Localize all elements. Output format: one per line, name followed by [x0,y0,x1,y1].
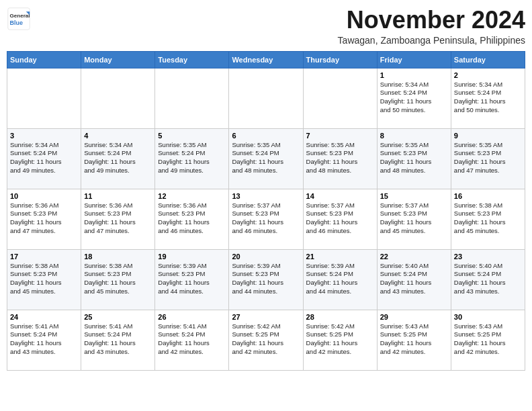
day-number: 24 [10,313,78,321]
day-info: Sunrise: 5:34 AM Sunset: 5:24 PM Dayligh… [454,81,522,115]
day-info: Sunrise: 5:39 AM Sunset: 5:23 PM Dayligh… [158,262,226,296]
day-number: 13 [232,192,300,200]
day-info: Sunrise: 5:39 AM Sunset: 5:24 PM Dayligh… [306,262,374,296]
calendar-cell: 11Sunrise: 5:36 AM Sunset: 5:23 PM Dayli… [81,189,155,249]
week-row-4: 17Sunrise: 5:38 AM Sunset: 5:23 PM Dayli… [7,249,525,310]
logo-icon: General Blue [7,7,31,31]
day-number: 2 [454,71,522,79]
day-number: 30 [454,313,522,321]
calendar-cell: 14Sunrise: 5:37 AM Sunset: 5:23 PM Dayli… [303,189,377,249]
calendar-cell [303,68,377,128]
calendar-cell: 27Sunrise: 5:42 AM Sunset: 5:25 PM Dayli… [229,310,303,370]
weekday-header-friday: Friday [377,51,451,68]
svg-text:General: General [10,13,30,19]
calendar-cell: 28Sunrise: 5:42 AM Sunset: 5:25 PM Dayli… [303,310,377,370]
calendar-cell: 6Sunrise: 5:35 AM Sunset: 5:24 PM Daylig… [229,128,303,189]
day-info: Sunrise: 5:35 AM Sunset: 5:23 PM Dayligh… [454,141,522,175]
day-info: Sunrise: 5:38 AM Sunset: 5:23 PM Dayligh… [84,262,152,296]
calendar-cell: 3Sunrise: 5:34 AM Sunset: 5:24 PM Daylig… [7,128,81,189]
calendar-cell: 13Sunrise: 5:37 AM Sunset: 5:23 PM Dayli… [229,189,303,249]
weekday-header-row: SundayMondayTuesdayWednesdayThursdayFrid… [7,51,525,68]
day-info: Sunrise: 5:35 AM Sunset: 5:23 PM Dayligh… [306,141,374,175]
day-info: Sunrise: 5:43 AM Sunset: 5:25 PM Dayligh… [454,322,522,357]
calendar-cell: 10Sunrise: 5:36 AM Sunset: 5:23 PM Dayli… [7,189,81,249]
calendar-cell: 30Sunrise: 5:43 AM Sunset: 5:25 PM Dayli… [451,310,525,370]
day-number: 28 [306,313,374,321]
day-info: Sunrise: 5:38 AM Sunset: 5:23 PM Dayligh… [10,262,78,296]
day-info: Sunrise: 5:41 AM Sunset: 5:24 PM Dayligh… [84,322,152,357]
day-number: 18 [84,253,152,261]
day-number: 3 [10,132,78,140]
day-info: Sunrise: 5:36 AM Sunset: 5:23 PM Dayligh… [10,201,78,236]
logo: General Blue [7,7,31,31]
weekday-header-thursday: Thursday [303,51,377,68]
calendar-cell: 4Sunrise: 5:34 AM Sunset: 5:24 PM Daylig… [81,128,155,189]
calendar-cell [7,68,81,128]
weekday-header-sunday: Sunday [7,51,81,68]
calendar-cell [229,68,303,128]
day-info: Sunrise: 5:35 AM Sunset: 5:24 PM Dayligh… [232,141,300,175]
day-number: 6 [232,132,300,140]
day-number: 8 [380,132,448,140]
day-info: Sunrise: 5:35 AM Sunset: 5:24 PM Dayligh… [158,141,226,175]
calendar-cell: 21Sunrise: 5:39 AM Sunset: 5:24 PM Dayli… [303,249,377,310]
day-number: 21 [306,253,374,261]
day-info: Sunrise: 5:43 AM Sunset: 5:25 PM Dayligh… [380,322,448,357]
calendar-cell: 25Sunrise: 5:41 AM Sunset: 5:24 PM Dayli… [81,310,155,370]
weekday-header-tuesday: Tuesday [155,51,229,68]
day-number: 27 [232,313,300,321]
day-info: Sunrise: 5:39 AM Sunset: 5:23 PM Dayligh… [232,262,300,296]
day-number: 7 [306,132,374,140]
day-number: 15 [380,192,448,200]
calendar-cell: 1Sunrise: 5:34 AM Sunset: 5:24 PM Daylig… [377,68,451,128]
calendar-cell: 5Sunrise: 5:35 AM Sunset: 5:24 PM Daylig… [155,128,229,189]
day-info: Sunrise: 5:42 AM Sunset: 5:25 PM Dayligh… [306,322,374,357]
calendar-cell: 18Sunrise: 5:38 AM Sunset: 5:23 PM Dayli… [81,249,155,310]
calendar-cell: 29Sunrise: 5:43 AM Sunset: 5:25 PM Dayli… [377,310,451,370]
week-row-5: 24Sunrise: 5:41 AM Sunset: 5:24 PM Dayli… [7,310,525,370]
week-row-1: 1Sunrise: 5:34 AM Sunset: 5:24 PM Daylig… [7,68,525,128]
weekday-header-saturday: Saturday [451,51,525,68]
day-number: 11 [84,192,152,200]
day-info: Sunrise: 5:37 AM Sunset: 5:23 PM Dayligh… [232,201,300,236]
calendar-cell [81,68,155,128]
day-info: Sunrise: 5:37 AM Sunset: 5:23 PM Dayligh… [380,201,448,236]
week-row-2: 3Sunrise: 5:34 AM Sunset: 5:24 PM Daylig… [7,128,525,189]
calendar-table: SundayMondayTuesdayWednesdayThursdayFrid… [7,51,525,371]
day-info: Sunrise: 5:41 AM Sunset: 5:24 PM Dayligh… [10,322,78,357]
day-number: 5 [158,132,226,140]
day-info: Sunrise: 5:36 AM Sunset: 5:23 PM Dayligh… [158,201,226,236]
day-info: Sunrise: 5:35 AM Sunset: 5:23 PM Dayligh… [380,141,448,175]
calendar-cell: 9Sunrise: 5:35 AM Sunset: 5:23 PM Daylig… [451,128,525,189]
calendar-cell: 19Sunrise: 5:39 AM Sunset: 5:23 PM Dayli… [155,249,229,310]
day-number: 1 [380,71,448,79]
day-number: 10 [10,192,78,200]
day-number: 25 [84,313,152,321]
day-info: Sunrise: 5:34 AM Sunset: 5:24 PM Dayligh… [380,81,448,115]
calendar-cell: 24Sunrise: 5:41 AM Sunset: 5:24 PM Dayli… [7,310,81,370]
day-number: 9 [454,132,522,140]
day-number: 14 [306,192,374,200]
day-number: 22 [380,253,448,261]
svg-text:Blue: Blue [10,19,24,26]
day-info: Sunrise: 5:38 AM Sunset: 5:23 PM Dayligh… [454,201,522,236]
day-number: 12 [158,192,226,200]
day-info: Sunrise: 5:36 AM Sunset: 5:23 PM Dayligh… [84,201,152,236]
weekday-header-monday: Monday [81,51,155,68]
day-info: Sunrise: 5:42 AM Sunset: 5:25 PM Dayligh… [232,322,300,357]
day-number: 4 [84,132,152,140]
day-info: Sunrise: 5:40 AM Sunset: 5:24 PM Dayligh… [380,262,448,296]
day-number: 16 [454,192,522,200]
day-info: Sunrise: 5:34 AM Sunset: 5:24 PM Dayligh… [10,141,78,175]
day-info: Sunrise: 5:41 AM Sunset: 5:24 PM Dayligh… [158,322,226,357]
calendar-cell: 23Sunrise: 5:40 AM Sunset: 5:24 PM Dayli… [451,249,525,310]
calendar-cell: 15Sunrise: 5:37 AM Sunset: 5:23 PM Dayli… [377,189,451,249]
day-number: 19 [158,253,226,261]
calendar-cell: 17Sunrise: 5:38 AM Sunset: 5:23 PM Dayli… [7,249,81,310]
title-block: November 2024 Tawagan, Zamboanga Peninsu… [338,7,525,46]
day-info: Sunrise: 5:34 AM Sunset: 5:24 PM Dayligh… [84,141,152,175]
day-number: 20 [232,253,300,261]
calendar-cell [155,68,229,128]
day-number: 17 [10,253,78,261]
page-header: General Blue November 2024 Tawagan, Zamb… [7,7,525,46]
